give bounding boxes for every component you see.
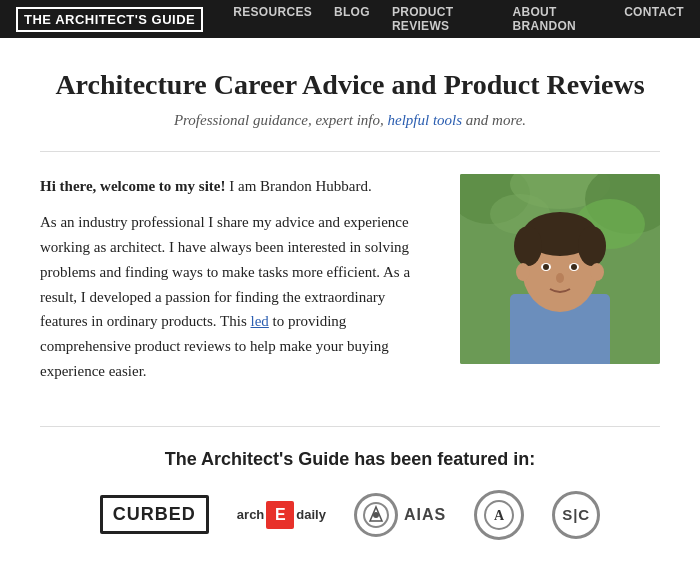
svg-point-20 <box>373 512 379 518</box>
featured-section: The Architect's Guide has been featured … <box>40 426 660 567</box>
bio-section: Hi there, welcome to my site! I am Brand… <box>40 174 660 396</box>
sc-text: S|C <box>562 506 590 523</box>
aias-svg <box>362 501 390 529</box>
nav-product-reviews[interactable]: PRODUCT REVIEWS <box>392 5 491 33</box>
bio-text: Hi there, welcome to my site! I am Brand… <box>40 174 430 396</box>
svg-point-10 <box>514 226 542 266</box>
logo-sc: S|C <box>552 491 600 539</box>
archdaily-arch-text: arch <box>237 507 264 522</box>
main-nav: RESOURCES BLOG PRODUCT REVIEWS ABOUT BRA… <box>233 5 684 33</box>
bio-greeting: Hi there, welcome to my site! I am Brand… <box>40 174 430 199</box>
nav-contact[interactable]: CONTACT <box>624 5 684 33</box>
site-header: THE ARCHITECT'S GUIDE RESOURCES BLOG PRO… <box>0 0 700 38</box>
aias-circle <box>354 493 398 537</box>
page-subtitle: Professional guidance, expert info, help… <box>40 112 660 129</box>
svg-point-18 <box>590 263 604 281</box>
logos-row: CURBED arch E daily AIAS <box>40 490 660 567</box>
svg-point-14 <box>543 264 549 270</box>
bio-photo-svg <box>460 174 660 364</box>
main-content: Architecture Career Advice and Product R… <box>0 38 700 567</box>
nav-blog[interactable]: BLOG <box>334 5 370 33</box>
bio-paragraph: As an industry professional I share my a… <box>40 210 430 383</box>
svg-point-11 <box>578 226 606 266</box>
svg-point-16 <box>556 273 564 283</box>
nav-about-brandon[interactable]: ABOUT BRANDON <box>513 5 603 33</box>
logo-archdaily: arch E daily <box>237 501 326 529</box>
page-title: Architecture Career Advice and Product R… <box>40 68 660 102</box>
site-logo[interactable]: THE ARCHITECT'S GUIDE <box>16 7 203 32</box>
aia-svg: A <box>483 499 515 531</box>
svg-point-15 <box>571 264 577 270</box>
subtitle-highlight: helpful tools <box>387 112 462 128</box>
nav-resources[interactable]: RESOURCES <box>233 5 312 33</box>
featured-title: The Architect's Guide has been featured … <box>40 449 660 470</box>
bio-photo <box>460 174 660 364</box>
archdaily-daily-text: daily <box>296 507 326 522</box>
logo-aias: AIAS <box>354 493 446 537</box>
svg-text:A: A <box>494 508 505 523</box>
archdaily-icon: E <box>266 501 294 529</box>
divider-top <box>40 151 660 152</box>
aias-text-label: AIAS <box>404 506 446 524</box>
logo-curbed: CURBED <box>100 495 209 534</box>
svg-point-17 <box>516 263 530 281</box>
bio-link-led[interactable]: led <box>251 313 269 329</box>
logo-aia: A <box>474 490 524 540</box>
